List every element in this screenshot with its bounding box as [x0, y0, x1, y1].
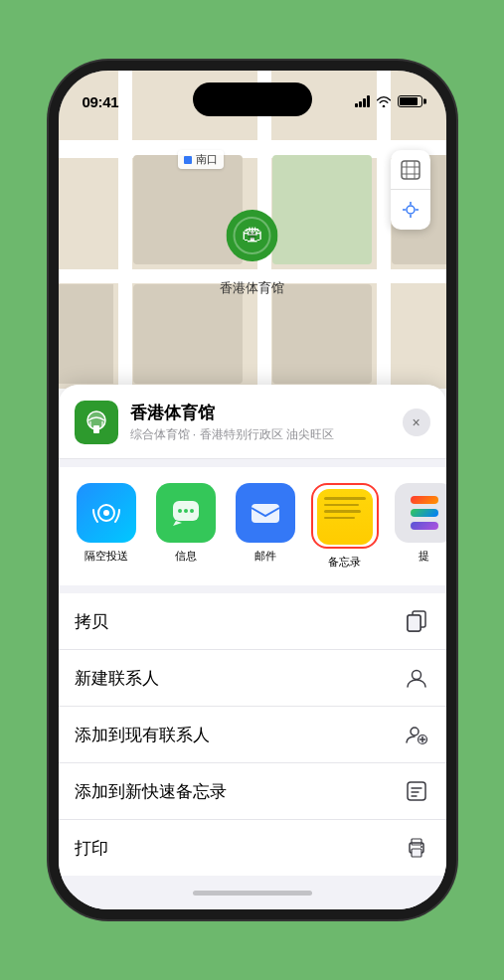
print-action[interactable]: 打印: [59, 820, 446, 876]
action-list: 拷贝 新建联系人: [59, 593, 446, 876]
venue-header: 香港体育馆 综合体育馆 · 香港特别行政区 油尖旺区 ×: [59, 385, 446, 459]
svg-point-16: [184, 509, 188, 513]
status-icons: [355, 95, 422, 107]
add-notes-label: 添加到新快速备忘录: [75, 780, 227, 803]
battery-icon: [398, 95, 422, 107]
print-label: 打印: [75, 837, 108, 860]
svg-point-23: [411, 728, 419, 735]
share-item-notes[interactable]: 备忘录: [309, 483, 381, 570]
map-badge-text: 南口: [196, 152, 218, 167]
signal-icon: [355, 95, 370, 107]
location-button[interactable]: [391, 190, 430, 230]
svg-point-17: [190, 509, 194, 513]
share-row: 隔空投送 信息: [59, 467, 446, 585]
more-icon: [395, 483, 446, 543]
wifi-icon: [376, 95, 392, 107]
map-badge: 南口: [178, 150, 224, 169]
add-existing-label: 添加到现有联系人: [75, 724, 210, 746]
status-time: 09:41: [83, 93, 119, 110]
share-item-more[interactable]: 提: [389, 483, 446, 570]
mail-icon: [236, 483, 295, 543]
svg-point-1: [407, 206, 415, 214]
home-bar: [193, 891, 312, 896]
messages-icon: [156, 483, 216, 543]
add-existing-icon: [403, 721, 430, 748]
notes-label: 备忘录: [328, 555, 361, 570]
map-controls: [391, 150, 430, 230]
add-existing-contact-action[interactable]: 添加到现有联系人: [59, 707, 446, 763]
svg-rect-27: [408, 782, 425, 800]
copy-action[interactable]: 拷贝: [59, 593, 446, 650]
map-type-button[interactable]: [391, 150, 430, 190]
mail-label: 邮件: [254, 549, 276, 564]
svg-rect-33: [412, 839, 421, 845]
svg-point-9: [249, 232, 256, 240]
close-button[interactable]: ×: [403, 408, 430, 436]
airdrop-label: 隔空投送: [84, 549, 128, 564]
print-icon: [403, 834, 430, 862]
add-notes-icon: [403, 777, 430, 805]
venue-subtitle: 综合体育馆 · 香港特别行政区 油尖旺区: [130, 426, 391, 443]
add-notes-action[interactable]: 添加到新快速备忘录: [59, 763, 446, 820]
share-item-mail[interactable]: 邮件: [230, 483, 301, 570]
share-item-messages[interactable]: 信息: [150, 483, 222, 570]
bottom-sheet: 香港体育馆 综合体育馆 · 香港特别行政区 油尖旺区 × 隔空投送: [59, 385, 446, 909]
svg-rect-18: [252, 504, 279, 523]
messages-label: 信息: [175, 549, 197, 564]
svg-rect-21: [408, 615, 420, 631]
venue-pin: 🏟 香港体育馆: [220, 210, 284, 297]
more-label: 提: [419, 549, 429, 564]
venue-logo: [75, 401, 118, 444]
svg-point-22: [412, 671, 420, 680]
home-indicator: [59, 876, 446, 909]
new-contact-action[interactable]: 新建联系人: [59, 650, 446, 707]
svg-rect-32: [412, 849, 421, 857]
phone-frame: 09:41: [59, 71, 446, 909]
svg-point-34: [420, 846, 422, 848]
svg-rect-0: [402, 161, 420, 179]
svg-point-13: [103, 510, 109, 516]
notes-highlight-border: [311, 483, 379, 549]
notes-icon: [317, 489, 373, 545]
svg-point-15: [178, 509, 182, 513]
new-contact-label: 新建联系人: [75, 667, 159, 690]
venue-info: 香港体育馆 综合体育馆 · 香港特别行政区 油尖旺区: [130, 402, 391, 443]
dynamic-island: [193, 82, 312, 116]
svg-rect-11: [93, 425, 99, 433]
copy-label: 拷贝: [75, 610, 108, 633]
new-contact-icon: [403, 664, 430, 692]
share-item-airdrop[interactable]: 隔空投送: [71, 483, 142, 570]
airdrop-icon: [77, 483, 136, 543]
venue-name: 香港体育馆: [130, 402, 391, 424]
copy-icon: [403, 607, 430, 635]
pin-label: 香港体育馆: [220, 279, 284, 297]
